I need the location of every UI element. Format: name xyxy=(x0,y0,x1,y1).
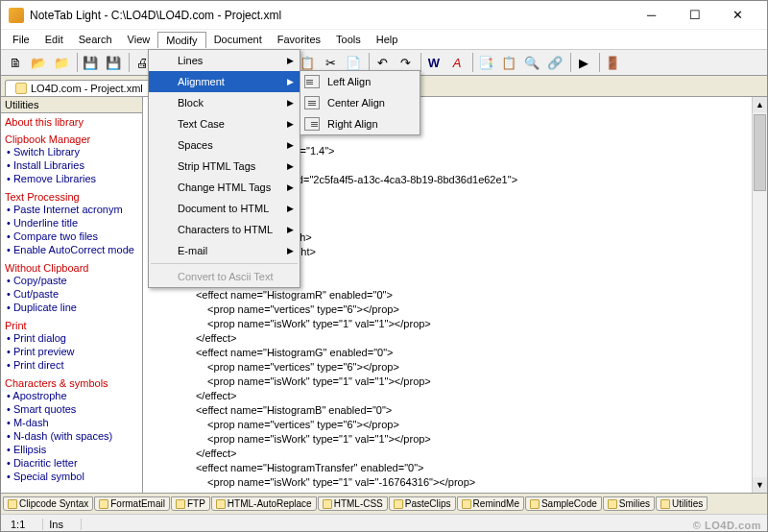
menu-document[interactable]: Document xyxy=(206,32,270,47)
library-tab[interactable]: RemindMe xyxy=(457,496,524,511)
exit-icon[interactable]: 🚪 xyxy=(602,52,623,73)
menu-favorites[interactable]: Favorites xyxy=(270,32,328,47)
sidebar-item[interactable]: Duplicate line xyxy=(5,301,138,314)
titlebar: NoteTab Light - C:\LO4D\LO4D.com - Proje… xyxy=(1,1,767,30)
dropdown-item[interactable]: Strip HTML Tags▶ xyxy=(149,156,300,177)
dropdown-item[interactable]: Lines▶ xyxy=(149,50,300,71)
sidebar-item[interactable]: Print preview xyxy=(5,345,138,358)
separator xyxy=(596,53,600,72)
submenu-arrow-icon: ▶ xyxy=(287,119,294,129)
file-icon xyxy=(15,83,27,94)
menu-view[interactable]: View xyxy=(120,32,158,47)
sidebar-item[interactable]: Underline title xyxy=(5,216,138,230)
saveall-icon[interactable]: 💾 xyxy=(103,52,124,73)
library-tab[interactable]: FormatEmail xyxy=(94,496,170,511)
open-icon[interactable]: 📂 xyxy=(28,52,49,73)
center-align-item[interactable]: Center Align xyxy=(300,92,420,113)
scroll-down-icon[interactable]: ▼ xyxy=(753,477,767,493)
left-align-item[interactable]: Left Align xyxy=(300,71,420,92)
right-align-icon xyxy=(304,117,320,131)
sidebar-about[interactable]: About this library xyxy=(5,116,138,128)
paste-icon[interactable]: 📋 xyxy=(498,52,519,73)
favorite-icon[interactable]: 📁 xyxy=(51,52,72,73)
sidebar-section-title: Without Clipboard xyxy=(5,262,138,274)
separator xyxy=(366,53,370,72)
file-tab[interactable]: LO4D.com - Project.xml xyxy=(5,80,154,96)
copy-icon[interactable]: 📑 xyxy=(475,52,496,73)
sidebar-item[interactable]: M-dash xyxy=(5,416,138,429)
format-icon[interactable]: A xyxy=(446,52,468,73)
menu-file[interactable]: File xyxy=(5,32,37,47)
dropdown-item[interactable]: Text Case▶ xyxy=(149,113,300,134)
sidebar-item[interactable]: Smart quotes xyxy=(5,402,138,416)
sidebar-item[interactable]: Special symbol xyxy=(5,470,138,483)
dropdown-item[interactable]: Spaces▶ xyxy=(149,134,300,156)
menu-edit[interactable]: Edit xyxy=(37,32,71,47)
separator xyxy=(74,53,78,72)
file-tab-label: LO4D.com - Project.xml xyxy=(31,83,143,94)
statusbar: 1:1 Ins © LO4D.com xyxy=(1,514,767,532)
sidebar-item[interactable]: Apostrophe xyxy=(5,389,138,402)
app-icon xyxy=(9,8,24,23)
save-icon[interactable]: 💾 xyxy=(80,52,101,73)
separator xyxy=(469,53,473,72)
center-align-icon xyxy=(304,96,320,109)
library-tab[interactable]: Clipcode Syntax xyxy=(3,496,93,511)
library-tab[interactable]: Smilies xyxy=(603,496,655,511)
sidebar-item[interactable]: Cut/paste xyxy=(5,287,138,301)
dropdown-item[interactable]: Document to HTML▶ xyxy=(149,198,300,219)
scroll-up-icon[interactable]: ▲ xyxy=(753,97,767,112)
sidebar-item[interactable]: Remove Libraries xyxy=(5,172,138,185)
submenu-arrow-icon: ▶ xyxy=(287,140,294,150)
tab-icon xyxy=(530,499,540,509)
library-tab[interactable]: FTP xyxy=(171,496,210,511)
bold-icon[interactable]: W xyxy=(423,52,444,73)
minimize-button[interactable]: ─ xyxy=(630,2,673,29)
sidebar-item[interactable]: Paste Internet acronym xyxy=(5,203,138,216)
submenu-arrow-icon: ▶ xyxy=(287,246,294,255)
dropdown-item[interactable]: E-mail▶ xyxy=(149,240,300,261)
dropdown-item[interactable]: Characters to HTML▶ xyxy=(149,219,300,240)
menu-tools[interactable]: Tools xyxy=(328,32,369,47)
sidebar-item[interactable]: N-dash (with spaces) xyxy=(5,429,138,443)
new-icon[interactable]: 🗎 xyxy=(5,52,26,73)
menu-help[interactable]: Help xyxy=(369,32,406,47)
sidebar-item[interactable]: Switch Library xyxy=(5,145,138,158)
link-icon[interactable]: 🔗 xyxy=(544,52,565,73)
menubar: File Edit Search View Modify Document Fa… xyxy=(1,30,767,49)
dropdown-item-disabled: Convert to Ascii Text xyxy=(149,266,300,287)
sidebar-item[interactable]: Enable AutoCorrect mode xyxy=(5,243,138,256)
sidebar: Utilities About this library Clipbook Ma… xyxy=(1,97,143,493)
menu-modify[interactable]: Modify xyxy=(157,32,205,48)
library-tab[interactable]: PasteClips xyxy=(389,496,456,511)
sidebar-item[interactable]: Print direct xyxy=(5,358,138,372)
sidebar-item[interactable]: Print dialog xyxy=(5,331,138,345)
sidebar-section-title: Characters & symbols xyxy=(5,377,138,389)
scrollbar-thumb[interactable] xyxy=(754,114,766,191)
library-tab[interactable]: Utilities xyxy=(656,496,708,511)
sidebar-section-title: Clipbook Manager xyxy=(5,133,138,145)
sidebar-item[interactable]: Compare two files xyxy=(5,230,138,243)
sidebar-item[interactable]: Diacritic letter xyxy=(5,456,138,470)
sidebar-section-title: Text Processing xyxy=(5,191,138,203)
vertical-scrollbar[interactable]: ▲ ▼ xyxy=(752,97,767,493)
sidebar-item[interactable]: Install Libraries xyxy=(5,158,138,172)
maximize-button[interactable]: ☐ xyxy=(673,2,716,29)
find-icon[interactable]: 🔍 xyxy=(521,52,542,73)
library-tab[interactable]: SampleCode xyxy=(525,496,602,511)
modify-dropdown: Lines▶Alignment▶Block▶Text Case▶Spaces▶S… xyxy=(148,49,300,288)
close-button[interactable]: ✕ xyxy=(716,2,759,29)
dropdown-item[interactable]: Block▶ xyxy=(149,92,300,113)
menu-search[interactable]: Search xyxy=(71,32,120,47)
sidebar-item[interactable]: Ellipsis xyxy=(5,443,138,456)
submenu-arrow-icon: ▶ xyxy=(287,77,294,86)
tab-icon xyxy=(462,499,471,509)
right-align-item[interactable]: Right Align xyxy=(300,113,420,134)
sidebar-item[interactable]: Copy/paste xyxy=(5,274,138,287)
library-tabs: Clipcode SyntaxFormatEmailFTPHTML-AutoRe… xyxy=(1,493,767,514)
dropdown-item[interactable]: Change HTML Tags▶ xyxy=(149,177,300,198)
run-icon[interactable]: ▶ xyxy=(573,52,594,73)
library-tab[interactable]: HTML-AutoReplace xyxy=(211,496,317,511)
dropdown-item[interactable]: Alignment▶ xyxy=(149,71,300,92)
library-tab[interactable]: HTML-CSS xyxy=(318,496,388,511)
